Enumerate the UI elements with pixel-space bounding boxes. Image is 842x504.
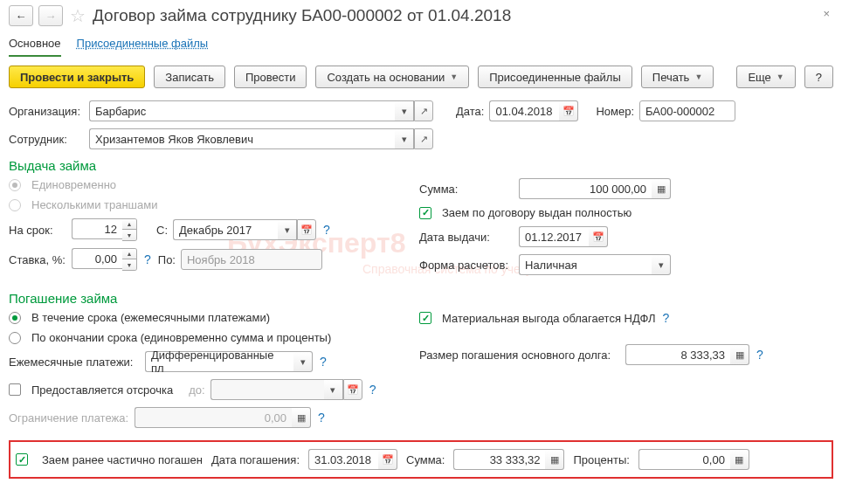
- spinner-up-icon[interactable]: ▲: [122, 219, 136, 230]
- date-calendar-button[interactable]: 📅: [559, 100, 578, 121]
- principal-input[interactable]: 8 333,33: [625, 344, 730, 365]
- issuance-tranches-radio[interactable]: [9, 199, 21, 211]
- defer-date-input: [210, 379, 324, 400]
- repay-during-label: В течение срока (ежемесячными платежами): [31, 311, 270, 324]
- number-input[interactable]: БА00-000002: [639, 100, 735, 121]
- defer-to-label: до:: [189, 383, 204, 397]
- date-label: Дата:: [456, 105, 484, 118]
- print-button[interactable]: Печать▼: [641, 66, 714, 88]
- principal-label: Размер погашения основного долга:: [419, 349, 620, 362]
- from-dropdown-button[interactable]: ▾: [278, 219, 297, 240]
- partial-check[interactable]: [16, 453, 28, 466]
- from-input[interactable]: Декабрь 2017: [173, 219, 278, 240]
- issue-date-input[interactable]: 01.12.2017: [519, 226, 589, 247]
- fully-issued-label: Заем по договору выдан полностью: [442, 206, 632, 219]
- repay-after-label: По окончании срока (единовременно сумма …: [31, 331, 331, 344]
- post-and-close-button[interactable]: Провести и закрыть: [9, 66, 145, 88]
- from-calendar-button[interactable]: 📅: [297, 219, 316, 240]
- defer-dropdown-button[interactable]: ▾: [324, 379, 343, 400]
- limit-label: Ограничение платежа:: [9, 411, 129, 425]
- chevron-down-icon: ▼: [694, 72, 702, 81]
- save-button[interactable]: Записать: [154, 66, 225, 88]
- term-input[interactable]: 12: [72, 218, 122, 239]
- issuance-once-radio[interactable]: [9, 179, 21, 191]
- sum-input[interactable]: 100 000,00: [519, 178, 652, 199]
- rate-label: Ставка, %:: [9, 253, 66, 266]
- employee-label: Сотрудник:: [9, 133, 84, 146]
- to-label: По:: [158, 253, 176, 266]
- org-dropdown-button[interactable]: ▾: [395, 100, 414, 121]
- benefit-help[interactable]: ?: [660, 311, 671, 325]
- tab-main[interactable]: Основное: [9, 33, 61, 57]
- issue-date-label: Дата выдачи:: [419, 231, 514, 244]
- chevron-down-icon: ▼: [450, 72, 458, 81]
- favorite-star-icon[interactable]: ☆: [68, 6, 87, 25]
- repayment-title: Погашение займа: [9, 291, 833, 306]
- number-label: Номер:: [596, 105, 634, 118]
- employee-input[interactable]: Хризантемов Яков Яковлевич: [89, 128, 395, 149]
- partial-date-input[interactable]: 31.03.2018: [308, 449, 378, 470]
- defer-label: Предоставляется отсрочка: [31, 383, 173, 397]
- org-input[interactable]: Барбарис: [89, 100, 395, 121]
- partial-interest-input[interactable]: 0,00: [638, 449, 730, 470]
- issuance-tranches-label: Несколькими траншами: [31, 198, 157, 211]
- issuance-title: Выдача займа: [9, 158, 833, 173]
- rate-spinner[interactable]: ▲▼: [122, 248, 137, 271]
- term-spinner[interactable]: ▲▼: [122, 218, 137, 241]
- spinner-down-icon[interactable]: ▼: [122, 259, 136, 270]
- partial-sum-calc-button[interactable]: ▦: [545, 449, 564, 470]
- sum-calc-button[interactable]: ▦: [652, 178, 671, 199]
- defer-help[interactable]: ?: [368, 383, 378, 397]
- date-input[interactable]: 01.04.2018: [489, 100, 559, 121]
- to-input: Ноябрь 2018: [181, 249, 322, 270]
- partial-interest-calc-button[interactable]: ▦: [730, 449, 749, 470]
- repay-during-radio[interactable]: [9, 312, 21, 324]
- partial-label: Заем ранее частично погашен: [42, 453, 203, 466]
- issue-date-calendar-button[interactable]: 📅: [589, 226, 608, 247]
- principal-calc-button[interactable]: ▦: [730, 344, 749, 365]
- tab-files[interactable]: Присоединенные файлы: [77, 33, 209, 57]
- partial-sum-label: Сумма:: [406, 453, 445, 466]
- repay-after-radio[interactable]: [9, 332, 21, 344]
- settlement-dropdown-button[interactable]: ▾: [652, 254, 671, 275]
- close-button[interactable]: ×: [819, 5, 833, 22]
- post-button[interactable]: Провести: [234, 66, 307, 88]
- rate-help[interactable]: ?: [142, 252, 153, 266]
- partial-repayment-box: Заем ранее частично погашен Дата погашен…: [9, 440, 833, 479]
- monthly-help[interactable]: ?: [318, 355, 328, 369]
- org-open-button[interactable]: ↗: [414, 100, 433, 121]
- limit-calc-button[interactable]: ▦: [292, 407, 311, 428]
- defer-calendar-button[interactable]: 📅: [343, 379, 362, 400]
- fully-issued-check[interactable]: [419, 207, 431, 219]
- employee-dropdown-button[interactable]: ▾: [395, 128, 414, 149]
- more-button[interactable]: Еще▼: [736, 66, 795, 88]
- sum-label: Сумма:: [419, 183, 514, 196]
- chevron-down-icon: ▼: [776, 72, 784, 81]
- partial-sum-input[interactable]: 33 333,32: [453, 449, 545, 470]
- partial-interest-label: Проценты:: [573, 453, 629, 466]
- principal-help[interactable]: ?: [755, 348, 765, 362]
- create-based-on-button[interactable]: Создать на основании▼: [315, 66, 469, 88]
- employee-open-button[interactable]: ↗: [414, 128, 433, 149]
- nav-back-button[interactable]: ←: [9, 5, 33, 26]
- limit-help[interactable]: ?: [316, 411, 327, 425]
- monthly-input[interactable]: Дифференцированные пл: [145, 351, 293, 372]
- monthly-dropdown-button[interactable]: ▾: [293, 351, 313, 372]
- partial-date-calendar-button[interactable]: 📅: [378, 449, 397, 470]
- monthly-label: Ежемесячные платежи:: [9, 356, 140, 369]
- help-button[interactable]: ?: [804, 66, 833, 88]
- benefit-check[interactable]: [419, 312, 431, 324]
- term-label: На срок:: [9, 224, 66, 237]
- partial-date-label: Дата погашения:: [211, 453, 300, 466]
- settlement-input[interactable]: Наличная: [519, 254, 652, 275]
- spinner-up-icon[interactable]: ▲: [122, 249, 136, 259]
- rate-input[interactable]: 0,00: [72, 248, 122, 269]
- spinner-down-icon[interactable]: ▼: [122, 230, 136, 240]
- issuance-once-label: Единовременно: [31, 178, 116, 191]
- page-title: Договор займа сотруднику БА00-000002 от …: [93, 6, 511, 25]
- defer-check[interactable]: [9, 383, 21, 396]
- nav-forward-button[interactable]: →: [38, 5, 63, 26]
- from-label: С:: [156, 224, 168, 237]
- attached-files-button[interactable]: Присоединенные файлы: [478, 66, 632, 88]
- term-help[interactable]: ?: [321, 223, 332, 237]
